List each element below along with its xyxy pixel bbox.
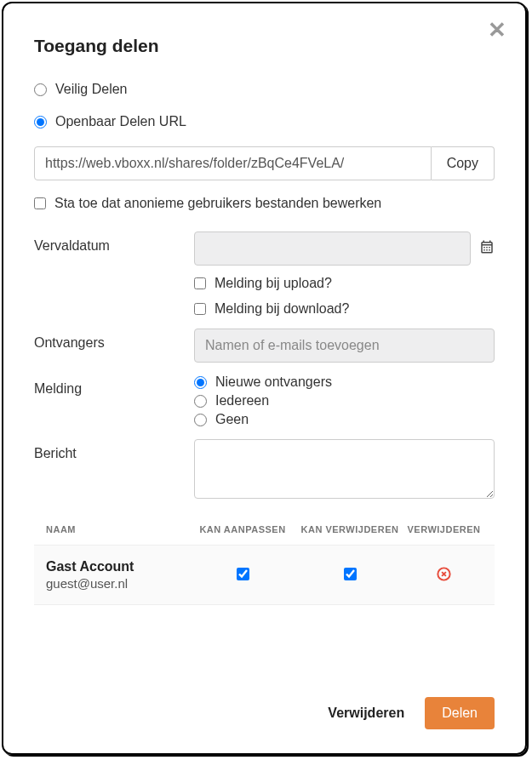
url-row: Copy [34,146,495,180]
radio-notify-none[interactable] [194,414,207,426]
radio-notify-everyone[interactable] [194,395,207,408]
notify-upload-checkbox[interactable] [194,277,206,289]
share-type-secure[interactable]: Veilig Delen [34,82,495,97]
th-can-edit: KAN AANPASSEN [191,524,295,534]
radio-public-label: Openbaar Delen URL [55,114,186,129]
calendar-icon[interactable] [479,239,495,258]
expiry-date-input[interactable] [194,231,471,266]
notify-new-recipients[interactable]: Nieuwe ontvangers [194,374,495,390]
th-remove: VERWIJDEREN [405,524,483,534]
guest-email: guest@user.nl [46,576,191,591]
recipients-label: Ontvangers [34,329,194,351]
anon-edit-checkbox[interactable] [34,197,46,209]
share-button[interactable]: Delen [425,697,495,729]
anon-edit-row[interactable]: Sta toe dat anonieme gebruikers bestande… [34,196,495,211]
recipients-row: Ontvangers [34,329,495,363]
table-row: Gast Account guest@user.nl [34,545,495,605]
message-textarea[interactable] [194,439,495,499]
share-url-input[interactable] [34,146,432,180]
recipients-input[interactable] [194,329,495,363]
anon-edit-label: Sta toe dat anonieme gebruikers bestande… [54,196,381,211]
notification-row: Melding Nieuwe ontvangers Iedereen Geen [34,374,495,427]
message-label: Bericht [34,439,194,461]
guest-name: Gast Account [46,559,191,574]
expiry-row: Vervaldatum Melding bij upload? Melding … [34,231,495,317]
share-type-public[interactable]: Openbaar Delen URL [34,114,495,129]
row-can-edit-checkbox[interactable] [237,568,249,580]
radio-public[interactable] [34,116,47,129]
notify-none[interactable]: Geen [194,412,495,427]
table-header: NAAM KAN AANPASSEN KAN VERWIJDEREN VERWI… [34,514,495,545]
row-can-delete-checkbox[interactable] [344,568,357,580]
notify-everyone[interactable]: Iedereen [194,393,495,409]
notify-upload-row[interactable]: Melding bij upload? [194,276,495,291]
notify-download-label: Melding bij download? [215,301,349,317]
notification-label: Melding [34,374,194,397]
remove-button[interactable]: Verwijderen [328,706,404,721]
notify-upload-label: Melding bij upload? [215,276,332,291]
radio-notify-everyone-label: Iedereen [215,393,269,409]
remove-row-icon[interactable] [436,566,452,582]
dialog-title: Toegang delen [34,36,495,56]
expiry-label: Vervaldatum [34,231,194,254]
radio-secure[interactable] [34,83,47,96]
radio-notify-new[interactable] [194,376,207,389]
radio-notify-none-label: Geen [215,412,249,427]
notify-download-row[interactable]: Melding bij download? [194,301,495,317]
close-icon[interactable]: ✕ [488,19,506,41]
radio-notify-new-label: Nieuwe ontvangers [215,374,332,390]
copy-button[interactable]: Copy [432,146,495,180]
message-row: Bericht [34,439,495,502]
dialog-footer: Verwijderen Delen [328,697,495,729]
share-access-dialog: ✕ Toegang delen Veilig Delen Openbaar De… [2,2,527,755]
th-name: NAAM [46,524,191,534]
radio-secure-label: Veilig Delen [55,82,128,97]
th-can-delete: KAN VERWIJDEREN [295,524,405,534]
notify-download-checkbox[interactable] [194,303,206,315]
